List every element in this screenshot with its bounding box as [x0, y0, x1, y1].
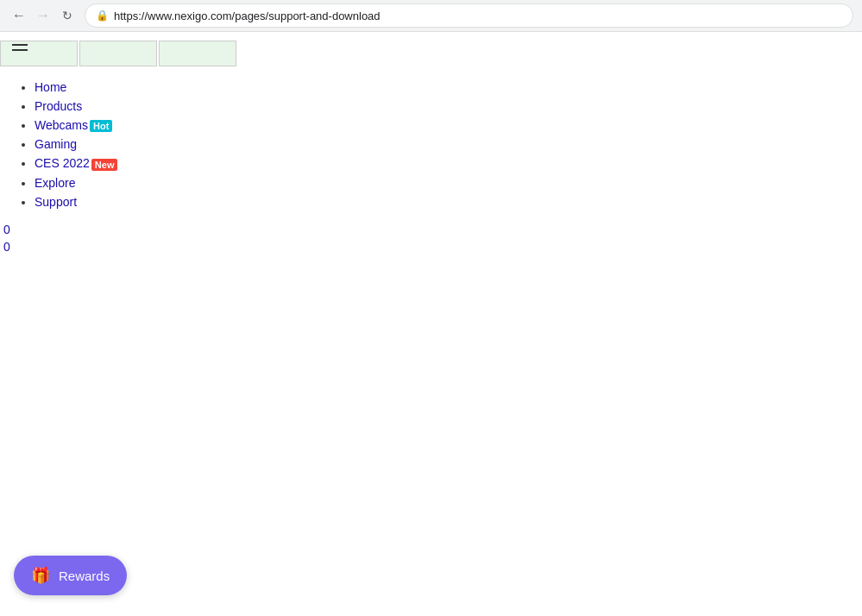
- nav-link-webcams[interactable]: Webcams: [35, 118, 88, 132]
- forward-button[interactable]: →: [33, 5, 53, 26]
- rewards-button[interactable]: 🎁 Rewards: [14, 556, 127, 595]
- url-text: https://www.nexigo.com/pages/support-and…: [114, 9, 842, 22]
- nav-link-gaming[interactable]: Gaming: [35, 137, 77, 151]
- browser-chrome: ← → ↻ 🔒 https://www.nexigo.com/pages/sup…: [0, 0, 862, 32]
- lock-icon: 🔒: [96, 9, 109, 22]
- nav-link-support[interactable]: Support: [35, 195, 77, 209]
- nav-item-webcams: WebcamsHot: [35, 118, 862, 132]
- rewards-label: Rewards: [59, 569, 110, 583]
- nav-item-support: Support: [35, 195, 862, 209]
- hamburger-line-1: [12, 44, 28, 46]
- address-bar[interactable]: 🔒 https://www.nexigo.com/pages/support-a…: [85, 3, 853, 28]
- browser-nav-buttons: ← → ↻: [9, 5, 78, 26]
- nexigo-logo-3[interactable]: [159, 41, 236, 66]
- nav-item-gaming: Gaming: [35, 137, 862, 151]
- nav-item-ces2022: CES 2022New: [35, 156, 862, 170]
- main-nav: Home Products WebcamsHot Gaming CES 2022…: [0, 80, 862, 209]
- rewards-icon: 🎁: [31, 566, 50, 585]
- logo-area: [0, 32, 862, 75]
- cart-link-2[interactable]: 0: [3, 240, 862, 254]
- nav-item-explore: Explore: [35, 176, 862, 190]
- nav-list: Home Products WebcamsHot Gaming CES 2022…: [0, 80, 862, 209]
- nav-link-ces2022[interactable]: CES 2022: [35, 156, 90, 170]
- nav-item-home: Home: [35, 80, 862, 94]
- new-badge: New: [91, 159, 118, 171]
- nav-link-home[interactable]: Home: [35, 80, 66, 94]
- hamburger-menu-button[interactable]: [9, 41, 31, 54]
- nav-link-explore[interactable]: Explore: [35, 176, 75, 190]
- browser-toolbar: ← → ↻ 🔒 https://www.nexigo.com/pages/sup…: [0, 0, 862, 31]
- nexigo-logo-2[interactable]: [79, 41, 157, 66]
- refresh-button[interactable]: ↻: [57, 5, 78, 26]
- cart-links: 0 0: [0, 223, 862, 254]
- back-button[interactable]: ←: [9, 5, 29, 26]
- hot-badge: Hot: [90, 120, 112, 132]
- cart-link-1[interactable]: 0: [3, 223, 862, 236]
- nav-item-products: Products: [35, 99, 862, 113]
- page-content: Home Products WebcamsHot Gaming CES 2022…: [0, 32, 862, 616]
- nav-link-products[interactable]: Products: [35, 99, 82, 113]
- hamburger-line-2: [12, 49, 28, 51]
